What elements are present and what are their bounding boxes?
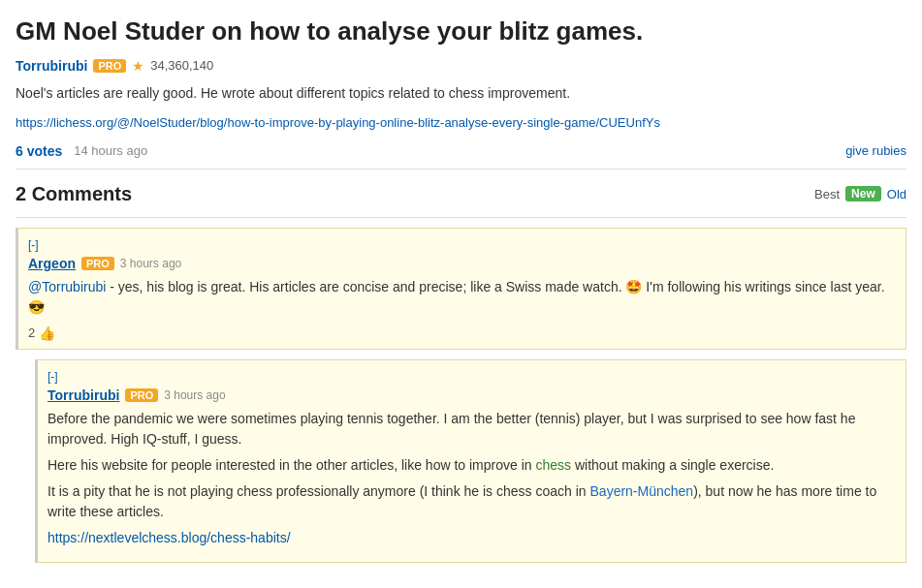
comment-meta-1: Argeon PRO 3 hours ago bbox=[28, 256, 896, 271]
pro-badge: PRO bbox=[93, 59, 126, 73]
reply-author[interactable]: Torrubirubi bbox=[48, 387, 119, 403]
votes-left: 6 votes 14 hours ago bbox=[16, 143, 147, 159]
sort-new-button[interactable]: New bbox=[845, 186, 881, 201]
sort-old-button[interactable]: Old bbox=[887, 187, 906, 201]
comments-count-title: 2 Comments bbox=[16, 183, 132, 205]
collapse-button-reply[interactable]: [-] bbox=[48, 370, 58, 384]
sort-buttons: Best New Old bbox=[814, 186, 906, 201]
comment-likes-1: 2 👍 bbox=[28, 325, 896, 341]
give-rubies-link[interactable]: give rubies bbox=[845, 143, 906, 158]
comment-body-1: - yes, his blog is great. His articles a… bbox=[28, 279, 885, 315]
page-title: GM Noel Studer on how to analyse your bl… bbox=[16, 15, 906, 48]
article-link[interactable]: https://lichess.org/@/NoelStuder/blog/ho… bbox=[16, 115, 906, 130]
reply-pro-badge: PRO bbox=[125, 388, 158, 402]
reply-block: [-] Torrubirubi PRO 3 hours ago Before t… bbox=[35, 359, 906, 563]
likes-count-1: 2 bbox=[28, 325, 35, 340]
reply-time: 3 hours ago bbox=[164, 388, 225, 402]
reply-external-link[interactable]: https://nextlevelchess.blog/chess-habits… bbox=[48, 530, 291, 545]
article-description: Noel's articles are really good. He wrot… bbox=[16, 83, 906, 104]
reply-meta: Torrubirubi PRO 3 hours ago bbox=[48, 387, 896, 403]
author-line: Torrubirubi PRO ★ 34,360,140 bbox=[16, 58, 906, 74]
highlight-location: Bayern-München bbox=[590, 483, 694, 499]
highlight-chess: chess bbox=[535, 457, 571, 473]
comment-author-1[interactable]: Argeon bbox=[28, 256, 76, 271]
sort-best-label: Best bbox=[814, 187, 840, 201]
post-time: 14 hours ago bbox=[74, 143, 147, 158]
reply-paragraph-1: Before the pandemic we were sometimes pl… bbox=[48, 409, 896, 449]
reply-paragraph-2: Here his website for people interested i… bbox=[48, 455, 896, 476]
author-name[interactable]: Torrubirubi bbox=[16, 58, 87, 74]
star-icon: ★ bbox=[132, 58, 144, 74]
thumb-icon-1: 👍 bbox=[39, 325, 55, 341]
comment-block-1: [-] Argeon PRO 3 hours ago @Torrubirubi … bbox=[16, 228, 906, 350]
reply-link-line: https://nextlevelchess.blog/chess-habits… bbox=[48, 528, 896, 548]
follower-count: 34,360,140 bbox=[150, 58, 213, 73]
votes-count: 6 votes bbox=[16, 143, 62, 159]
comment-pro-badge-1: PRO bbox=[81, 257, 114, 270]
reply-paragraph-3: It is a pity that he is not playing ches… bbox=[48, 481, 896, 522]
comment-time-1: 3 hours ago bbox=[120, 257, 181, 270]
collapse-button-1[interactable]: [-] bbox=[28, 238, 39, 252]
comments-divider bbox=[16, 217, 906, 218]
comments-header: 2 Comments Best New Old bbox=[16, 183, 906, 205]
mention-1[interactable]: @Torrubirubi bbox=[28, 279, 106, 294]
comment-text-1: @Torrubirubi - yes, his blog is great. H… bbox=[28, 277, 896, 318]
votes-row: 6 votes 14 hours ago give rubies bbox=[16, 143, 906, 170]
